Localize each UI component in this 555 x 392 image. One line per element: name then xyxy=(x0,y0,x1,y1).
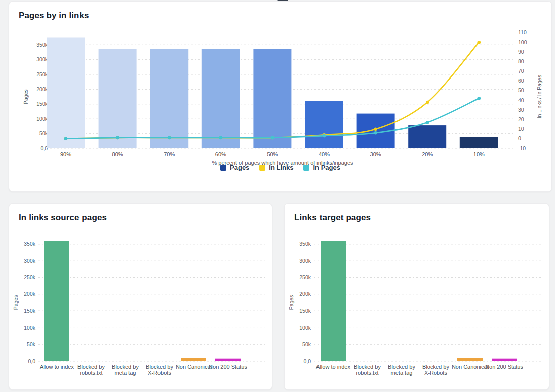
bar-non-200-status[interactable] xyxy=(492,359,517,361)
point-in-links-10%[interactable] xyxy=(478,41,481,44)
x-category-70%: 70% xyxy=(164,151,175,158)
right-y-tick-50: 50 xyxy=(518,87,524,93)
pages-by-in-links-chart: 0,050k100k150k200k250k300k350kPages-1001… xyxy=(9,21,551,172)
links-target-pages-chart: 0,050k100k150k200k250k300k350kPagesAllow… xyxy=(285,233,549,385)
legend-label-in-pages: In Pages xyxy=(313,164,340,171)
chart-title-pages-by-in-links: Pages by in links xyxy=(19,11,551,21)
bar-10%[interactable] xyxy=(460,137,498,148)
point-in-pages-90%[interactable] xyxy=(64,137,68,141)
x-category-20%: 20% xyxy=(422,151,433,158)
bar-non-canonical[interactable] xyxy=(181,358,206,361)
x-category-50%: 50% xyxy=(267,151,278,158)
x-category-blocked-by-meta-tag: Blocked bymeta tag xyxy=(112,364,139,376)
x-category-non-200-status: Non 200 Status xyxy=(485,364,523,370)
y-tick-150k: 150k xyxy=(24,308,36,314)
card-pages-by-in-links: Pages by in links 0,050k100k150k200k250k… xyxy=(9,1,552,192)
x-category-80%: 80% xyxy=(112,151,123,158)
y-tick-300k: 300k xyxy=(24,258,36,264)
bar-60%[interactable] xyxy=(202,49,240,148)
card-links-target-pages: Links target pages 0,050k100k150k200k250… xyxy=(284,203,549,390)
y-tick-350k: 350k xyxy=(24,241,36,247)
y-tick-0,0: 0,0 xyxy=(303,358,311,364)
y-tick-200k: 200k xyxy=(24,291,36,297)
legend-item-in-links[interactable]: In Links xyxy=(259,164,293,171)
point-in-links-20%[interactable] xyxy=(426,101,429,104)
point-in-pages-60%[interactable] xyxy=(219,136,223,140)
bar-non-200-status[interactable] xyxy=(215,359,241,361)
legend-item-pages[interactable]: Pages xyxy=(220,164,249,171)
point-in-pages-70%[interactable] xyxy=(168,136,171,140)
x-category-allow-to-index: Allow to index xyxy=(316,364,350,370)
y-tick-100k: 100k xyxy=(299,325,311,331)
point-in-pages-40%[interactable] xyxy=(323,134,326,138)
point-in-pages-80%[interactable] xyxy=(116,136,119,140)
x-category-60%: 60% xyxy=(215,151,226,158)
bar-70%[interactable] xyxy=(150,49,188,148)
y-tick-100k: 100k xyxy=(36,116,48,122)
point-in-pages-30%[interactable] xyxy=(374,131,377,135)
legend-label-in-links: In Links xyxy=(269,164,293,171)
right-y-axis-title: In Links / In Pages xyxy=(536,75,542,118)
y-tick-200k: 200k xyxy=(36,86,48,92)
right-y-tick-90: 90 xyxy=(518,49,524,55)
y-tick-250k: 250k xyxy=(24,274,36,280)
y-tick-150k: 150k xyxy=(36,101,48,107)
y-tick-300k: 300k xyxy=(36,56,48,62)
x-category-blocked-by-robots-txt: Blocked byrobots.txt xyxy=(77,364,105,376)
x-category-blocked-by-robots-txt: Blocked byrobots.txt xyxy=(354,364,381,376)
point-in-links-30%[interactable] xyxy=(374,127,377,131)
bar-non-canonical[interactable] xyxy=(457,358,483,361)
x-category-non-canonical: Non Canonical xyxy=(176,364,212,370)
bar-allow-to-index[interactable] xyxy=(44,241,69,361)
point-in-pages-50%[interactable] xyxy=(271,136,274,140)
y-tick-300k: 300k xyxy=(299,258,311,264)
x-category-non-200-status: Non 200 Status xyxy=(209,364,247,370)
legend-label-pages: Pages xyxy=(230,164,249,171)
y-tick-0,0: 0,0 xyxy=(28,358,35,364)
bar-50%[interactable] xyxy=(253,49,291,148)
y-tick-350k: 350k xyxy=(36,42,48,48)
right-y-tick-30: 30 xyxy=(518,107,524,113)
right-y-tick-60: 60 xyxy=(518,77,524,84)
card-in-links-source-pages: In links source pages 0,050k100k150k200k… xyxy=(9,203,272,390)
x-category-40%: 40% xyxy=(319,151,330,158)
y-tick-0,0: 0,0 xyxy=(40,145,48,151)
y-axis-title: Pages xyxy=(23,89,29,104)
right-y-tick--10: -10 xyxy=(518,145,526,151)
x-category-30%: 30% xyxy=(370,151,381,158)
right-y-tick-40: 40 xyxy=(518,97,524,103)
y-tick-250k: 250k xyxy=(36,71,48,77)
chart-title-in-links-source-pages: In links source pages xyxy=(19,213,272,223)
y-tick-200k: 200k xyxy=(299,291,311,297)
right-y-tick-80: 80 xyxy=(518,58,524,64)
bar-allow-to-index[interactable] xyxy=(321,241,346,361)
in-links-source-pages-chart: 0,050k100k150k200k250k300k350kPagesAllow… xyxy=(9,233,272,385)
x-category-non-canonical: Non Canonical xyxy=(452,364,488,370)
point-in-pages-20%[interactable] xyxy=(426,121,429,124)
legend-swatch-in-pages xyxy=(303,165,309,171)
x-category-blocked-by-meta-tag: Blocked bymeta tag xyxy=(388,364,415,376)
bar-80%[interactable] xyxy=(99,49,137,148)
y-axis-title: Pages xyxy=(13,295,19,310)
chart-title-links-target-pages: Links target pages xyxy=(294,213,549,223)
x-category-90%: 90% xyxy=(60,151,71,158)
bar-20%[interactable] xyxy=(408,125,446,148)
bar-90%[interactable] xyxy=(47,38,85,149)
right-y-tick-110: 110 xyxy=(518,29,527,35)
x-category-blocked-by-x-robots: Blocked byX-Robots xyxy=(422,364,449,376)
bar-40%[interactable] xyxy=(305,101,343,148)
legend-swatch-in-links xyxy=(259,165,265,171)
right-y-tick-0: 0 xyxy=(518,135,521,141)
legend-swatch-pages xyxy=(220,165,226,171)
legend-item-in-pages[interactable]: In Pages xyxy=(303,164,340,171)
x-category-blocked-by-x-robots: Blocked byX-Robots xyxy=(146,364,173,376)
right-y-tick-70: 70 xyxy=(518,68,524,74)
y-tick-50k: 50k xyxy=(27,341,36,347)
y-tick-100k: 100k xyxy=(24,325,36,331)
x-category-10%: 10% xyxy=(473,151,485,158)
y-tick-50k: 50k xyxy=(302,341,311,347)
y-tick-350k: 350k xyxy=(299,241,311,247)
y-axis-title: Pages xyxy=(288,295,294,310)
right-y-tick-20: 20 xyxy=(518,116,524,122)
point-in-pages-10%[interactable] xyxy=(478,97,481,100)
